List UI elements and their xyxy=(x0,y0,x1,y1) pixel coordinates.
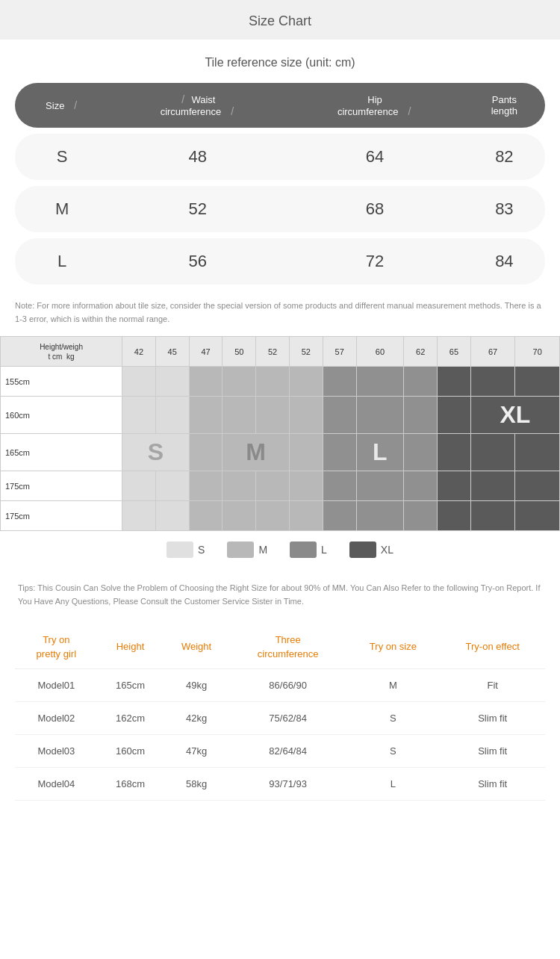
grid-cell xyxy=(323,367,356,397)
grid-cell xyxy=(323,471,356,501)
col-waist: / Waistcircumference / xyxy=(109,83,286,128)
col-hip: Hipcircumference / xyxy=(286,83,463,128)
grid-row: 155cm xyxy=(1,367,560,397)
tryon-cell: Model02 xyxy=(15,701,98,734)
tryon-cell: 86/66/90 xyxy=(230,668,346,701)
legend-xl-box xyxy=(349,541,376,558)
cell-hip: 64 xyxy=(286,134,463,180)
grid-row: 165cmSML xyxy=(1,434,560,471)
legend-l: L xyxy=(290,541,327,558)
grid-cell xyxy=(122,501,156,531)
tryon-cell: 162cm xyxy=(98,701,164,734)
tryon-table: Try onpretty girlHeightWeightThreecircum… xyxy=(15,623,545,800)
size-table-section: Size / / Waistcircumference / Hipcircumf… xyxy=(0,83,560,285)
tryon-cell: Slim fit xyxy=(440,767,545,800)
tryon-cell: S xyxy=(346,701,440,734)
tryon-cell: S xyxy=(346,734,440,767)
grid-cell xyxy=(289,501,323,531)
table-row: L 56 72 84 xyxy=(15,238,545,285)
grid-cell xyxy=(189,501,223,531)
grid-cell xyxy=(223,397,256,434)
grid-cell xyxy=(189,471,223,501)
cell-pants: 84 xyxy=(464,238,545,285)
grid-cell xyxy=(438,434,471,471)
tryon-cell: Fit xyxy=(440,668,545,701)
subtitle-text: Tile reference size (unit: cm) xyxy=(205,56,355,69)
tryon-row: Model01165cm49kg86/66/90MFit xyxy=(15,668,545,701)
grid-weight-col: 65 xyxy=(438,337,471,367)
tryon-row: Model02162cm42kg75/62/84SSlim fit xyxy=(15,701,545,734)
cell-waist: 48 xyxy=(109,134,286,180)
grid-cell xyxy=(155,367,189,397)
grid-cell xyxy=(356,397,404,434)
cell-size: M xyxy=(15,186,109,232)
legend-xl: XL xyxy=(349,541,393,558)
tryon-header-col: Weight xyxy=(163,623,230,668)
grid-cell xyxy=(404,501,438,531)
tryon-cell: 49kg xyxy=(163,668,230,701)
tryon-cell: 93/71/93 xyxy=(230,767,346,800)
cell-pants: 83 xyxy=(464,186,545,232)
grid-cell xyxy=(356,501,404,531)
grid-row: 175cm xyxy=(1,471,560,501)
table-row: S 48 64 82 xyxy=(15,134,545,180)
tryon-cell: 165cm xyxy=(98,668,164,701)
grid-cell xyxy=(323,397,356,434)
grid-weight-col: 70 xyxy=(515,337,560,367)
tryon-header-col: Height xyxy=(98,623,164,668)
table-header-row: Size / / Waistcircumference / Hipcircumf… xyxy=(15,83,545,128)
tryon-header-col: Try-on effect xyxy=(440,623,545,668)
cell-pants: 82 xyxy=(464,134,545,180)
grid-header-row: Height/weight cm kg424547505252576062656… xyxy=(1,337,560,367)
grid-row: 175cm xyxy=(1,501,560,531)
grid-height-weight-header: Height/weight cm kg xyxy=(1,337,122,367)
tryon-cell: 160cm xyxy=(98,734,164,767)
grid-weight-col: 60 xyxy=(356,337,404,367)
tryon-cell: M xyxy=(346,668,440,701)
tryon-row: Model04168cm58kg93/71/93LSlim fit xyxy=(15,767,545,800)
tips-text: Tips: This Cousin Can Solve the Problem … xyxy=(18,583,540,606)
legend-l-box xyxy=(290,541,317,558)
grid-weight-col: 52 xyxy=(289,337,323,367)
grid-cell xyxy=(323,434,356,471)
tryon-section: Try onpretty girlHeightWeightThreecircum… xyxy=(0,623,560,822)
grid-cell xyxy=(438,397,471,434)
grid-cell xyxy=(438,471,471,501)
grid-row: 160cmXL xyxy=(1,397,560,434)
tryon-cell: 75/62/84 xyxy=(230,701,346,734)
tryon-cell: Slim fit xyxy=(440,701,545,734)
title-text: Size Chart xyxy=(249,13,311,28)
note-text: Note: For more information about tile si… xyxy=(15,301,541,323)
size-table: Size / / Waistcircumference / Hipcircumf… xyxy=(15,83,545,285)
grid-cell xyxy=(256,397,290,434)
grid-cell xyxy=(122,367,156,397)
grid-cell xyxy=(155,471,189,501)
legend-s-box xyxy=(167,541,193,558)
tryon-header-col: Try on size xyxy=(346,623,440,668)
tryon-row: Model03160cm47kg82/64/84SSlim fit xyxy=(15,734,545,767)
tryon-cell: 42kg xyxy=(163,701,230,734)
subtitle: Tile reference size (unit: cm) xyxy=(0,40,560,83)
grid-weight-col: 62 xyxy=(404,337,438,367)
grid-cell xyxy=(189,367,223,397)
grid-weight-col: 52 xyxy=(256,337,290,367)
legend-m-box xyxy=(227,541,254,558)
grid-cell xyxy=(470,501,515,531)
grid-cell xyxy=(256,501,290,531)
tryon-cell: Slim fit xyxy=(440,734,545,767)
grid-weight-col: 57 xyxy=(323,337,356,367)
grid-weight-col: 47 xyxy=(189,337,223,367)
grid-cell xyxy=(155,397,189,434)
grid-cell xyxy=(122,471,156,501)
tryon-cell: Model04 xyxy=(15,767,98,800)
page-title: Size Chart xyxy=(0,0,560,40)
grid-cell xyxy=(438,501,471,531)
grid-cell xyxy=(356,367,404,397)
grid-cell xyxy=(289,434,323,471)
tryon-cell: 58kg xyxy=(163,767,230,800)
grid-height-label: 175cm xyxy=(1,501,122,531)
tryon-cell: 82/64/84 xyxy=(230,734,346,767)
grid-cell xyxy=(256,367,290,397)
tryon-header-row: Try onpretty girlHeightWeightThreecircum… xyxy=(15,623,545,668)
grid-cell xyxy=(470,471,515,501)
